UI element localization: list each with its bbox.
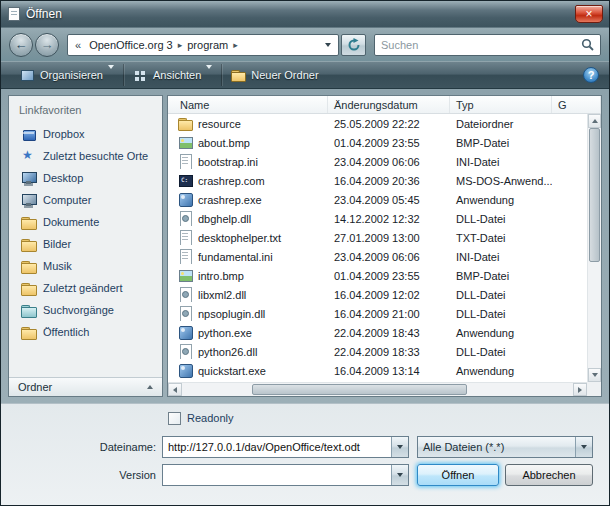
- file-row[interactable]: crashrep.com 16.04.2009 20:36 MS-DOS-Anw…: [168, 171, 587, 190]
- readonly-checkbox[interactable]: [168, 412, 181, 425]
- navigation-bar: ← → « OpenOffice.org 3 ▸ program ▸: [1, 27, 609, 61]
- horizontal-scroll-thumb[interactable]: [252, 384, 467, 395]
- filename-input[interactable]: [163, 437, 391, 457]
- sidebar-item-icon: [21, 259, 37, 274]
- back-button[interactable]: ←: [9, 33, 33, 57]
- close-button[interactable]: ×: [575, 5, 603, 23]
- readonly-label[interactable]: Readonly: [187, 412, 233, 424]
- file-name: fundamental.ini: [198, 251, 273, 263]
- breadcrumb-segment-2[interactable]: program: [183, 39, 232, 51]
- vertical-scroll-track[interactable]: [588, 128, 601, 368]
- file-row[interactable]: python26.dll 22.04.2009 18:33 DLL-Datei: [168, 342, 587, 361]
- sidebar-item[interactable]: Dropbox: [9, 123, 162, 145]
- breadcrumb-dropdown-icon[interactable]: [321, 43, 335, 47]
- filename-label: Dateiname:: [8, 441, 162, 453]
- open-button[interactable]: Öffnen: [417, 464, 499, 486]
- breadcrumb-collapse[interactable]: «: [71, 39, 85, 51]
- vertical-scrollbar[interactable]: [587, 114, 601, 382]
- file-row[interactable]: dbghelp.dll 14.12.2002 12:32 DLL-Datei: [168, 209, 587, 228]
- sidebar-item[interactable]: Zuletzt besuchte Orte: [9, 145, 162, 167]
- toolbar-button[interactable]: Neuer Ordner: [221, 64, 327, 86]
- file-name: npsoplugin.dll: [198, 308, 265, 320]
- file-icon: [178, 192, 193, 207]
- toolbar-button[interactable]: Ansichten: [123, 64, 221, 86]
- refresh-button[interactable]: [341, 34, 366, 56]
- file-date: 16.04.2009 13:14: [328, 365, 450, 377]
- refresh-icon: [347, 38, 361, 52]
- scroll-right-button[interactable]: [573, 383, 587, 396]
- cancel-button[interactable]: Abbrechen: [505, 464, 593, 486]
- file-date: 14.12.2002 12:32: [328, 213, 450, 225]
- column-header-date[interactable]: Änderungsdatum: [328, 96, 450, 113]
- horizontal-scroll-track[interactable]: [182, 383, 573, 396]
- file-row[interactable]: intro.bmp 01.04.2009 23:55 BMP-Datei: [168, 266, 587, 285]
- sidebar-item-label: Zuletzt besuchte Orte: [43, 150, 148, 162]
- file-row[interactable]: npsoplugin.dll 16.04.2009 21:00 DLL-Date…: [168, 304, 587, 323]
- favorites-header: Linkfavoriten: [9, 96, 162, 123]
- search-input[interactable]: [381, 39, 581, 51]
- column-header-name[interactable]: Name: [168, 96, 328, 113]
- file-row[interactable]: crashrep.exe 23.04.2009 05:45 Anwendung: [168, 190, 587, 209]
- file-icon: [178, 287, 193, 302]
- open-dialog: Öffnen × ← → « OpenOffice.org 3 ▸ progra…: [0, 0, 610, 506]
- file-row[interactable]: python.exe 22.04.2009 18:43 Anwendung: [168, 323, 587, 342]
- file-row[interactable]: libxml2.dll 16.04.2009 12:02 DLL-Datei: [168, 285, 587, 304]
- sidebar-item-label: Musik: [43, 260, 72, 272]
- file-row[interactable]: bootstrap.ini 23.04.2009 06:06 INI-Datei: [168, 152, 587, 171]
- search-box[interactable]: [374, 34, 601, 56]
- file-row[interactable]: resource 25.05.2009 22:22 Dateiordner: [168, 114, 587, 133]
- sidebar-item[interactable]: Musik: [9, 255, 162, 277]
- sidebar-item-label: Zuletzt geändert: [43, 282, 123, 294]
- breadcrumb-separator-icon[interactable]: ▸: [232, 40, 239, 50]
- scroll-down-button[interactable]: [588, 368, 601, 382]
- file-row[interactable]: fundamental.ini 23.04.2009 06:06 INI-Dat…: [168, 247, 587, 266]
- file-type: INI-Datei: [450, 251, 552, 263]
- sidebar-item[interactable]: Computer: [9, 189, 162, 211]
- help-button[interactable]: ?: [583, 67, 599, 83]
- file-icon: [178, 325, 193, 340]
- scroll-left-button[interactable]: [168, 383, 182, 396]
- toolbar-buttons: Organisieren Ansichten Neuer Ordner: [11, 62, 328, 88]
- version-dropdown-icon[interactable]: [391, 465, 408, 485]
- file-type: Anwendung: [450, 327, 552, 339]
- filename-dropdown-icon[interactable]: [391, 437, 408, 457]
- forward-button[interactable]: →: [35, 33, 59, 57]
- sidebar-item[interactable]: Dokumente: [9, 211, 162, 233]
- file-row[interactable]: quickstart.exe 16.04.2009 13:14 Anwendun…: [168, 361, 587, 380]
- file-type: BMP-Datei: [450, 137, 552, 149]
- filetype-combobox[interactable]: Alle Dateien (*.*): [417, 436, 593, 458]
- file-date: 23.04.2009 06:06: [328, 251, 450, 263]
- file-row[interactable]: about.bmp 01.04.2009 23:55 BMP-Datei: [168, 133, 587, 152]
- file-type: Anwendung: [450, 365, 552, 377]
- sidebar-item[interactable]: Suchvorgänge: [9, 299, 162, 321]
- version-label: Version: [8, 469, 162, 481]
- column-header-type[interactable]: Typ: [450, 96, 552, 113]
- vertical-scroll-thumb[interactable]: [589, 128, 600, 262]
- file-type: MS-DOS-Anwend...: [450, 175, 552, 187]
- toolbar-button[interactable]: Organisieren: [11, 64, 123, 86]
- file-name: crashrep.exe: [198, 194, 262, 206]
- sidebar-item-icon: [21, 303, 37, 318]
- column-header-size[interactable]: G: [552, 96, 601, 113]
- breadcrumb-segment-1[interactable]: OpenOffice.org 3: [85, 39, 177, 51]
- file-date: 22.04.2009 18:33: [328, 346, 450, 358]
- sidebar-item[interactable]: Zuletzt geändert: [9, 277, 162, 299]
- version-combobox[interactable]: [162, 464, 409, 486]
- dialog-footer: Readonly Dateiname: Alle Dateien (*.*) V…: [1, 403, 609, 505]
- sidebar-item-label: Dokumente: [43, 216, 99, 228]
- sidebar-item[interactable]: Desktop: [9, 167, 162, 189]
- search-icon[interactable]: [581, 38, 594, 51]
- filename-combobox[interactable]: [162, 436, 409, 458]
- breadcrumb[interactable]: « OpenOffice.org 3 ▸ program ▸: [67, 34, 339, 56]
- toolbar-button-label: Organisieren: [40, 69, 103, 81]
- sidebar-item[interactable]: Öffentlich: [9, 321, 162, 343]
- folders-expander[interactable]: Ordner: [9, 377, 162, 396]
- file-type: DLL-Datei: [450, 308, 552, 320]
- toolbar-button-icon: [20, 69, 35, 82]
- filetype-dropdown-icon[interactable]: [575, 437, 592, 457]
- dialog-title: Öffnen: [26, 7, 62, 21]
- horizontal-scrollbar[interactable]: [168, 382, 587, 396]
- sidebar-item[interactable]: Bilder: [9, 233, 162, 255]
- scroll-up-button[interactable]: [588, 114, 601, 128]
- file-row[interactable]: desktophelper.txt 27.01.2009 13:00 TXT-D…: [168, 228, 587, 247]
